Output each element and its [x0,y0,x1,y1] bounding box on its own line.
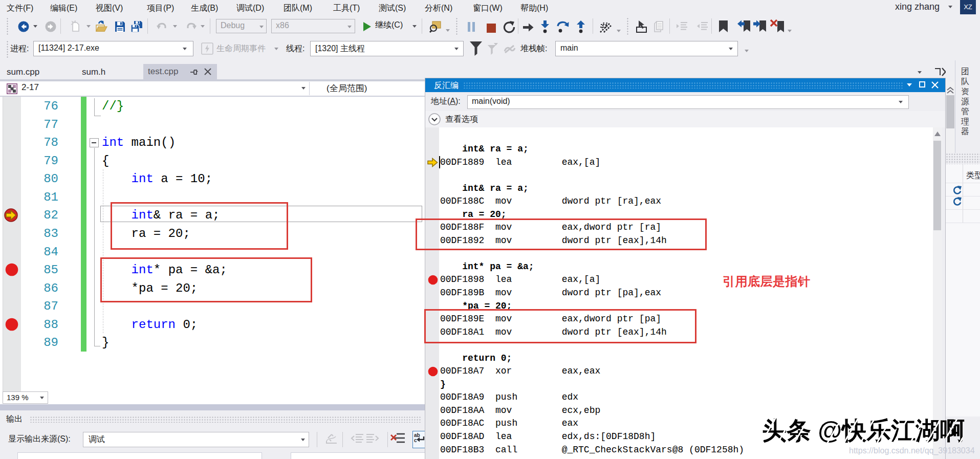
svg-text:c: c [414,438,417,443]
